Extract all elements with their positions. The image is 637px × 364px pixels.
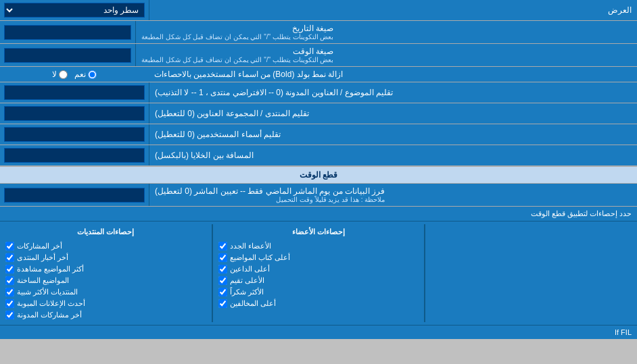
cell-distance-label: المسافة بين الخلايا (بالبكسل) [149,145,637,165]
date-format-row: صيغة التاريخ بعض التكوينات يتطلب "/" الت… [0,21,637,44]
stats-label-row: حدد إحصاءات لتطبيق قطع الوقت [0,207,637,222]
cell-distance-row: المسافة بين الخلايا (بالبكسل) 2 [0,145,637,166]
forums-stat-1[interactable]: أخر المشاركات [5,240,206,252]
members-stat-6-label: أعلى المخالفين [230,299,276,308]
members-stat-2-checkbox[interactable] [218,253,227,262]
forums-stat-5-checkbox[interactable] [5,288,14,296]
members-stat-6-checkbox[interactable] [218,299,227,308]
forums-stat-3-checkbox[interactable] [5,265,14,274]
members-stat-4[interactable]: الأعلى تقيم [218,275,419,286]
date-format-input[interactable]: d-m [4,25,131,40]
forums-stat-4-checkbox[interactable] [5,276,14,285]
members-stat-2[interactable]: أعلى كتاب المواضيع [218,252,419,263]
lines-select-cell[interactable]: سطر واحدسطرانثلاثة أسطر [0,0,149,20]
divider-2 [212,224,213,322]
time-format-input[interactable]: H:i [4,48,131,63]
members-stat-1[interactable]: الأعضاء الجدد [218,240,419,252]
forum-addresses-row: تقليم المنتدى / المجموعة العناوين (0 للت… [0,103,637,124]
forums-stat-6-label: أحدث الإعلانات المبوبة [17,299,85,308]
bold-yes-radio[interactable] [88,70,97,79]
members-stat-5[interactable]: الأكثر شكراً [218,286,419,298]
forums-stat-4[interactable]: المواضيع الساخنة [5,275,206,286]
forums-stats-col: إحصاءات المنتديات أخر المشاركات أخر أخبا… [0,224,212,322]
bold-remove-label: ازالة نمط بولد (Bold) من اسماء المستخدمي… [149,67,637,82]
members-stat-2-label: أعلى كتاب المواضيع [230,253,290,262]
forums-stat-5-label: المنتديات الأكثر شبية [17,288,78,296]
members-stat-4-checkbox[interactable] [218,276,227,285]
forum-addresses-label: تقليم المنتدى / المجموعة العناوين (0 للت… [149,103,637,124]
topics-trim-label: تقليم الموضوع / العناوين المدونة (0 -- ا… [149,82,637,103]
cut-time-header: قطع الوقت [0,166,637,184]
bold-no-radio[interactable] [59,70,68,79]
right-label-col [425,224,637,322]
bold-no-label[interactable]: لا [52,70,68,79]
forum-addresses-input[interactable]: 33 [4,106,145,121]
cut-time-input[interactable]: 0 [4,188,145,203]
forums-stat-2-label: أخر أخبار المنتدى [17,253,68,262]
forums-stat-5[interactable]: المنتديات الأكثر شبية [5,286,206,298]
forums-stat-6-checkbox[interactable] [5,299,14,308]
forums-stat-7-checkbox[interactable] [5,311,14,319]
members-stat-1-checkbox[interactable] [218,242,227,251]
cut-time-row: فرز البيانات من يوم الماشر الماضي فقط --… [0,184,637,207]
members-stat-6[interactable]: أعلى المخالفين [218,298,419,309]
forums-stat-4-label: المواضيع الساخنة [17,276,69,285]
members-stats-col: إحصاءات الأعضاء الأعضاء الجدد أعلى كتاب … [213,224,425,322]
usernames-trim-label: تقليم أسماء المستخدمين (0 للتعطيل) [149,124,637,145]
members-stat-5-checkbox[interactable] [218,288,227,296]
checkboxes-section: إحصاءات الأعضاء الأعضاء الجدد أعلى كتاب … [0,222,637,325]
time-format-row: صيغة الوقت بعض التكوينات يتطلب "/" التي … [0,44,637,67]
lines-select[interactable]: سطر واحدسطرانثلاثة أسطر [4,3,145,18]
members-stats-header: إحصاءات الأعضاء [218,226,419,238]
forum-addresses-input-cell[interactable]: 33 [0,103,149,124]
divider-1 [424,224,425,322]
usernames-trim-input-cell[interactable]: 0 [0,124,149,145]
cell-distance-input[interactable]: 2 [4,148,145,163]
members-stat-3-label: أعلى الداعين [230,265,270,274]
date-format-input-cell[interactable]: d-m [0,21,135,43]
cell-distance-input-cell[interactable]: 2 [0,145,149,165]
forums-stat-7[interactable]: أخر مشاركات المدونة [5,309,206,321]
usernames-trim-input[interactable]: 0 [4,127,145,142]
time-format-label: صيغة الوقت بعض التكوينات يتطلب "/" التي … [135,44,637,66]
members-stat-3[interactable]: أعلى الداعين [218,263,419,275]
topics-trim-row: تقليم الموضوع / العناوين المدونة (0 -- ا… [0,82,637,103]
forums-stat-7-label: أخر مشاركات المدونة [17,311,82,319]
forums-stat-3-label: أكثر المواضيع مشاهدة [17,265,84,274]
members-stat-5-label: الأكثر شكراً [230,288,264,296]
header-row: العرض سطر واحدسطرانثلاثة أسطر [0,0,637,21]
forums-stat-1-label: أخر المشاركات [17,242,62,251]
time-format-input-cell[interactable]: H:i [0,44,135,66]
footer-row: If FIL [0,325,637,339]
forums-stat-2[interactable]: أخر أخبار المنتدى [5,252,206,263]
usernames-trim-row: تقليم أسماء المستخدمين (0 للتعطيل) 0 [0,124,637,145]
members-stat-3-checkbox[interactable] [218,265,227,274]
forums-stat-2-checkbox[interactable] [5,253,14,262]
date-format-label: صيغة التاريخ بعض التكوينات يتطلب "/" الت… [135,21,637,43]
topics-trim-input-cell[interactable]: 33 [0,82,149,103]
header-label: العرض [149,0,637,20]
bold-remove-options[interactable]: نعم لا [0,67,149,82]
topics-trim-input[interactable]: 33 [4,85,145,100]
forums-stat-6[interactable]: أحدث الإعلانات المبوبة [5,298,206,309]
bold-yes-label[interactable]: نعم [74,70,97,79]
forums-stat-1-checkbox[interactable] [5,242,14,251]
members-stat-1-label: الأعضاء الجدد [230,242,271,251]
cut-time-input-cell[interactable]: 0 [0,184,149,206]
forums-stat-3[interactable]: أكثر المواضيع مشاهدة [5,263,206,275]
forums-stats-header: إحصاءات المنتديات [5,226,206,238]
cut-time-label: فرز البيانات من يوم الماشر الماضي فقط --… [149,184,637,206]
bold-remove-row: ازالة نمط بولد (Bold) من اسماء المستخدمي… [0,67,637,82]
members-stat-4-label: الأعلى تقيم [230,276,264,285]
footer-text: If FIL [615,328,632,336]
